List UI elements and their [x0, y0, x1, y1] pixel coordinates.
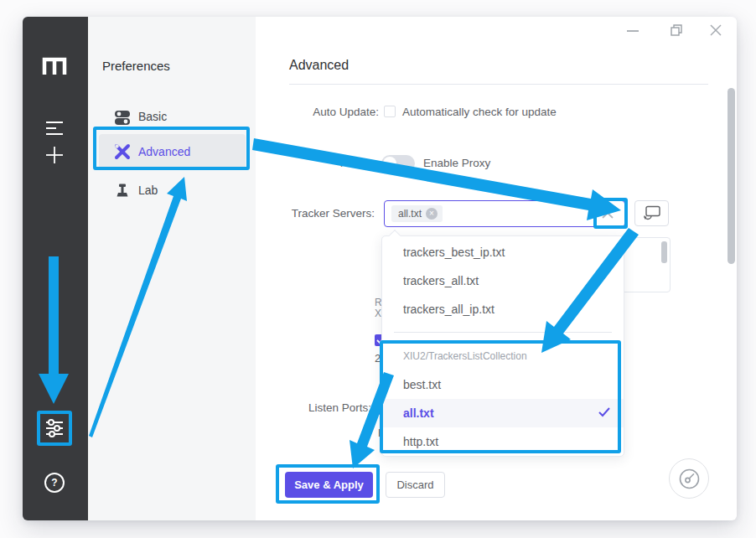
tools-icon: [113, 142, 132, 161]
dropdown-item[interactable]: trackers_all.txt: [382, 266, 624, 295]
panel-title: Preferences: [102, 59, 170, 73]
page-title: Advanced: [289, 58, 349, 73]
menu-label-advanced: Advanced: [138, 145, 190, 158]
tracker-servers-label: Tracker Servers:: [266, 207, 375, 220]
tag-label: all.txt: [398, 208, 422, 220]
chevron-up-icon[interactable]: [602, 212, 614, 219]
sync-icon: [643, 205, 661, 221]
proxy-text: Enable Proxy: [423, 157, 490, 169]
proxy-label: Proxy:: [280, 157, 372, 169]
selected-tracker-tag: all.txt ×: [391, 205, 443, 222]
lab-icon: [113, 182, 132, 200]
dropdown-item[interactable]: best.txt: [382, 370, 624, 399]
preferences-icon[interactable]: [44, 418, 65, 438]
close-button[interactable]: [710, 24, 722, 36]
minimize-button[interactable]: [627, 25, 639, 37]
menu-label-basic: Basic: [138, 110, 167, 123]
menu-item-basic[interactable]: Basic: [99, 101, 246, 134]
dropdown-divider: [394, 332, 612, 333]
auto-update-label: Auto Update:: [287, 106, 379, 118]
speed-limit-button[interactable]: [669, 458, 709, 499]
restore-button[interactable]: [671, 24, 682, 36]
speedometer-icon: [678, 468, 701, 490]
menu-label-lab: Lab: [138, 184, 158, 197]
main-scrollbar[interactable]: [728, 88, 735, 264]
task-list-icon[interactable]: [45, 119, 64, 137]
proxy-toggle[interactable]: [381, 155, 415, 172]
menu-item-advanced[interactable]: Advanced: [99, 134, 246, 170]
dropdown-item-selected[interactable]: all.txt: [382, 399, 624, 427]
toggle-knob: [383, 157, 396, 170]
discard-button[interactable]: Discard: [386, 472, 445, 498]
help-icon[interactable]: ?: [44, 473, 65, 493]
save-apply-button[interactable]: Save & Apply: [285, 472, 373, 498]
menu-item-lab[interactable]: Lab: [99, 174, 246, 208]
auto-update-text: Automatically check for update: [402, 106, 557, 118]
title-divider: [289, 84, 708, 85]
tracker-servers-select[interactable]: all.txt ×: [384, 200, 625, 227]
add-task-icon[interactable]: [45, 146, 64, 164]
help-glyph: ?: [51, 477, 57, 489]
dropdown-item[interactable]: trackers_best_ip.txt: [382, 238, 624, 266]
toggles-icon: [113, 108, 132, 127]
textarea-scrollbar[interactable]: [661, 241, 667, 263]
dropdown-item[interactable]: trackers_all_ip.txt: [382, 295, 624, 323]
preferences-panel: Preferences Basic Advanced: [88, 17, 256, 520]
auto-update-checkbox[interactable]: [384, 106, 396, 117]
check-icon: [598, 407, 610, 417]
obscured-text-fragment: X: [375, 308, 381, 319]
tag-close-icon[interactable]: ×: [426, 208, 438, 220]
dropdown-item-label: all.txt: [403, 406, 434, 420]
app-sidebar: ?: [23, 17, 88, 520]
sync-trackers-button[interactable]: [634, 200, 669, 226]
preferences-window: ? Preferences Basic Advanced: [23, 17, 737, 520]
dropdown-group-label: XIU2/TrackersListCollection: [382, 342, 624, 370]
obscured-text-fragment: 2: [375, 352, 381, 365]
dropdown-item[interactable]: http.txt: [382, 427, 624, 456]
motrix-logo-icon: [41, 54, 68, 76]
listen-ports-label: Listen Ports:: [262, 401, 371, 414]
tracker-dropdown: trackers_best_ip.txt trackers_all.txt tr…: [381, 235, 624, 457]
